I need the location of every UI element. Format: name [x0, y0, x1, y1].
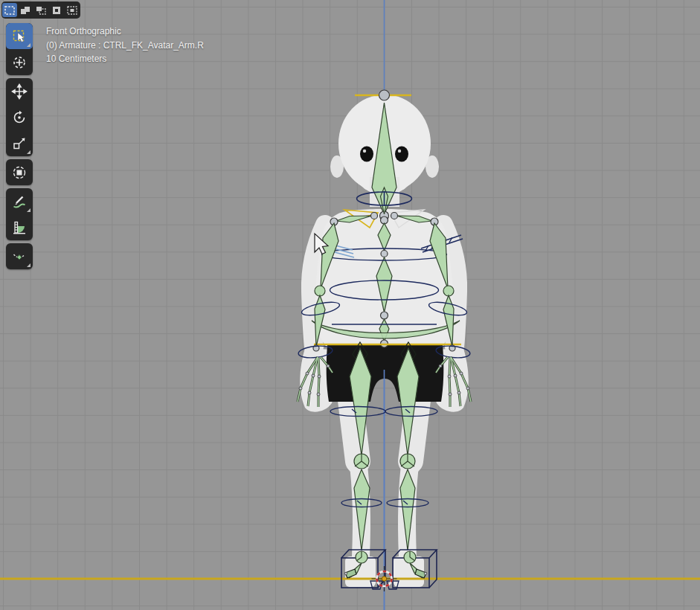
- select-set-icon: [4, 5, 16, 16]
- active-object-label: (0) Armature : CTRL_FK_Avatar_Arm.R: [46, 39, 204, 53]
- viewport-info-overlay: Front Orthographic (0) Armature : CTRL_F…: [46, 25, 204, 66]
- tool-pose-breakdowner-button[interactable]: [6, 243, 33, 269]
- viewport-canvas[interactable]: [0, 0, 700, 610]
- select-invert-icon: [51, 5, 62, 16]
- object-origin-dot: [382, 577, 386, 581]
- tool-select-box-button[interactable]: [6, 23, 33, 49]
- shorts: [327, 345, 444, 402]
- measure-icon: [11, 219, 28, 236]
- tool-submenu-indicator: [27, 150, 30, 154]
- tool-cursor-button[interactable]: [6, 49, 33, 75]
- selectmode-set-button[interactable]: [2, 3, 17, 17]
- annotate-icon: [11, 193, 28, 210]
- head-top-joint[interactable]: [379, 90, 390, 100]
- select-extend-icon: [19, 5, 31, 16]
- tool-submenu-indicator: [27, 43, 30, 47]
- tool-annotate-button[interactable]: [6, 188, 33, 214]
- transform-icon: [11, 164, 28, 181]
- tool-submenu-indicator: [27, 263, 30, 267]
- tool-transform-button[interactable]: [6, 159, 33, 185]
- selectmode-extend-button[interactable]: [18, 3, 33, 17]
- left-knee-joint[interactable]: [400, 454, 415, 469]
- tool-rotate-button[interactable]: [6, 104, 33, 130]
- scale-icon: [11, 135, 28, 152]
- select-box-icon: [11, 28, 28, 45]
- rotate-icon: [11, 109, 28, 126]
- cursor-tool-icon: [11, 54, 28, 71]
- selectmode-subtract-button[interactable]: [33, 3, 48, 17]
- grid-scale-label: 10 Centimeters: [46, 52, 204, 66]
- selectmode-invert-button[interactable]: [49, 3, 64, 17]
- toolbar-block-pose: [6, 243, 33, 269]
- viewport-toolbar: [6, 23, 33, 272]
- toolbar-block-transforms: [6, 78, 33, 156]
- neck-circle-control[interactable]: [357, 191, 412, 206]
- toolbar-block-annotate: [6, 188, 33, 240]
- select-mode-bar: [1, 1, 80, 19]
- move-icon: [11, 83, 28, 100]
- right-knee-joint[interactable]: [354, 454, 369, 469]
- toolbar-block-select: [6, 23, 33, 75]
- tool-submenu-indicator: [27, 208, 30, 212]
- selectmode-intersect-button[interactable]: [65, 3, 80, 17]
- breakdowner-icon: [11, 248, 28, 265]
- tool-scale-button[interactable]: [6, 130, 33, 156]
- tool-measure-button[interactable]: [6, 214, 33, 240]
- select-subtract-icon: [35, 5, 47, 16]
- view-label: Front Orthographic: [46, 25, 204, 39]
- toolbar-block-gizmo: [6, 159, 33, 185]
- select-intersect-icon: [66, 5, 78, 16]
- tool-move-button[interactable]: [6, 78, 33, 104]
